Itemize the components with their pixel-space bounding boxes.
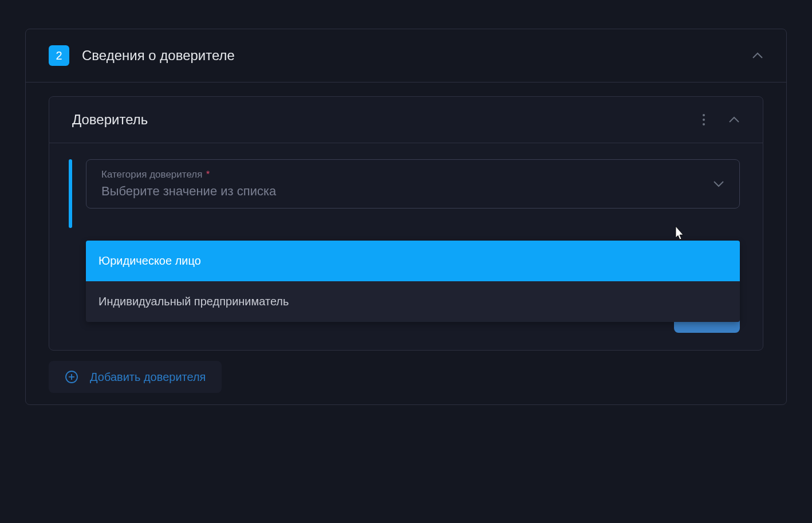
add-button-label: Добавить доверителя xyxy=(90,371,206,384)
field-wrapper: Категория доверителя * Выберите значение… xyxy=(69,159,740,228)
select-container: Категория доверителя * Выберите значение… xyxy=(86,159,740,228)
add-principal-button[interactable]: Добавить доверителя xyxy=(49,361,222,393)
panel-collapse-toggle[interactable] xyxy=(752,52,763,59)
panel-title: Сведения о доверителе xyxy=(82,48,739,64)
main-panel: 2 Сведения о доверителе Доверитель xyxy=(25,29,787,405)
chevron-up-icon xyxy=(752,52,763,59)
panel-body: Доверитель xyxy=(26,82,786,393)
more-options-button[interactable] xyxy=(702,113,705,126)
category-dropdown: Юридическое лицо Индивидуальный предприн… xyxy=(86,241,740,322)
more-vertical-icon xyxy=(702,113,705,126)
chevron-down-icon xyxy=(713,180,724,187)
select-label: Категория доверителя xyxy=(101,169,202,180)
inner-panel-body: Категория доверителя * Выберите значение… xyxy=(49,143,763,228)
step-badge: 2 xyxy=(49,45,69,66)
inner-panel: Доверитель xyxy=(49,96,763,351)
select-label-wrapper: Категория доверителя * xyxy=(101,169,713,180)
select-texts: Категория доверителя * Выберите значение… xyxy=(101,169,713,199)
inner-panel-collapse-toggle[interactable] xyxy=(728,116,740,123)
svg-point-0 xyxy=(703,114,705,116)
category-select[interactable]: Категория доверителя * Выберите значение… xyxy=(86,159,740,209)
inner-panel-header: Доверитель xyxy=(49,97,763,143)
plus-circle-icon xyxy=(65,370,78,384)
svg-point-2 xyxy=(703,123,705,125)
required-asterisk: * xyxy=(206,170,210,179)
dropdown-option-legal-entity[interactable]: Юридическое лицо xyxy=(86,241,740,281)
inner-panel-title: Доверитель xyxy=(72,112,689,128)
chevron-up-icon xyxy=(728,116,740,123)
step-number: 2 xyxy=(56,49,62,62)
select-chevron xyxy=(713,180,724,187)
accent-bar xyxy=(69,159,72,228)
dropdown-option-individual-entrepreneur[interactable]: Индивидуальный предприниматель xyxy=(86,281,740,322)
select-placeholder: Выберите значение из списка xyxy=(101,184,713,199)
panel-header: 2 Сведения о доверителе xyxy=(26,29,786,82)
svg-point-1 xyxy=(703,119,705,121)
